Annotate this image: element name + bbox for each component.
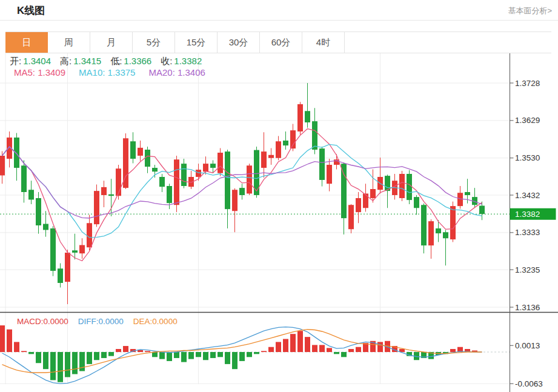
macd-bar [283,339,288,352]
high-label: 高: [60,56,71,66]
macd-bar [239,352,245,361]
candle-body [268,155,274,158]
candle-body [36,198,41,225]
close-value: 1.3382 [174,56,202,66]
macd-bar [159,352,165,359]
ma-readout: MA5: 1.3409MA10: 1.3375MA20: 1.3406 [14,67,205,78]
candle-body [407,174,412,200]
macd-readout: MACD:0.0000DIFF:0.0000DEA:0.0000 [17,317,178,326]
macd-bar [210,352,216,358]
macd-bar [276,342,281,352]
macd-bar [218,352,223,357]
diff-value: DIFF:0.0000 [78,317,124,326]
macd-bar [72,352,78,374]
close-label: 收: [161,56,172,66]
low-label: 低: [110,56,122,66]
macd-bar [203,352,208,360]
price-axis-label: 1.3728 [515,79,540,88]
high-value: 1.3415 [73,56,101,66]
candle-body [356,198,361,212]
candle-body [0,156,5,176]
kline-page: { "header": { "title": "K线图", "analysis_… [0,0,558,392]
candle-body [196,170,201,177]
candle-body [167,186,172,203]
price-axis-label: 1.3333 [515,228,540,237]
candle-body [370,189,376,198]
ma10-value: MA10: 1.3375 [79,67,135,78]
candle-body [239,188,245,195]
macd-bar [145,351,150,352]
candle-body [174,159,179,205]
price-axis-label: 1.3432 [515,191,540,200]
candle-body [414,197,419,208]
macd-bar [36,352,41,363]
macd-bar [174,352,179,358]
candle-body [87,223,92,247]
macd-value: MACD:0.0000 [17,317,68,326]
candle-body [210,164,216,168]
candle-body [181,164,187,186]
candle-body [43,224,48,230]
candle-body [421,205,427,245]
macd-bar [94,352,99,360]
macd-bar [101,352,107,358]
candle-body [297,104,303,131]
candle-body [232,190,237,211]
price-axis-label: 1.3530 [515,153,540,162]
candle-body [72,250,78,253]
candle-body [443,232,448,238]
candle-body [203,164,208,171]
candle-body [348,205,354,229]
macd-bar [0,325,5,352]
macd-bar [268,347,274,352]
current-price-tag-label: 1.3382 [515,210,540,219]
macd-bar [225,352,230,364]
macd-bar [334,352,339,354]
ma5-value: MA5: 1.3409 [14,67,65,78]
candle-body [465,192,470,195]
price-axis-label: 1.3136 [515,303,540,312]
macd-bar [377,342,383,352]
macd-bar [7,330,12,352]
price-axis-label: 1.3629 [515,116,540,125]
candle-body [363,194,368,208]
macd-bar [247,352,252,357]
macd-bar [348,349,354,352]
macd-bar [188,352,194,359]
candle-body [145,150,150,167]
candle-body [58,268,63,283]
ma20-value: MA20: 1.3406 [148,67,205,78]
candle-body [138,148,143,156]
macd-bar [254,352,259,354]
candle-body [283,141,288,145]
candle-body [218,153,223,173]
candle-body [79,245,85,254]
macd-bar [356,347,361,352]
candle-body [327,165,332,184]
candle-body [341,164,347,218]
candle-body [319,148,325,180]
macd-bar [43,352,48,369]
macd-bar [87,352,92,364]
macd-bar [261,351,267,352]
candle-body [94,191,99,224]
macd-bar [327,348,332,352]
macd-bar [152,352,158,357]
macd-bar [305,337,310,352]
macd-bar [108,352,114,356]
candle-body [101,187,107,195]
candle-body [276,141,281,158]
macd-bar [290,334,296,352]
open-label: 开: [10,56,21,66]
candle-body [21,165,27,192]
macd-bar [65,352,70,377]
macd-bar [50,352,56,380]
macd-bar [167,352,172,361]
ohlc-readout: 开:1.3404高:1.3415低:1.3366收:1.3382 [10,56,211,67]
candle-body [152,168,158,171]
price-axis-label: 1.3235 [515,265,540,274]
candle-body [428,221,434,245]
macd-bar [28,352,34,354]
candle-body [247,165,252,193]
macd-bar [181,352,187,362]
